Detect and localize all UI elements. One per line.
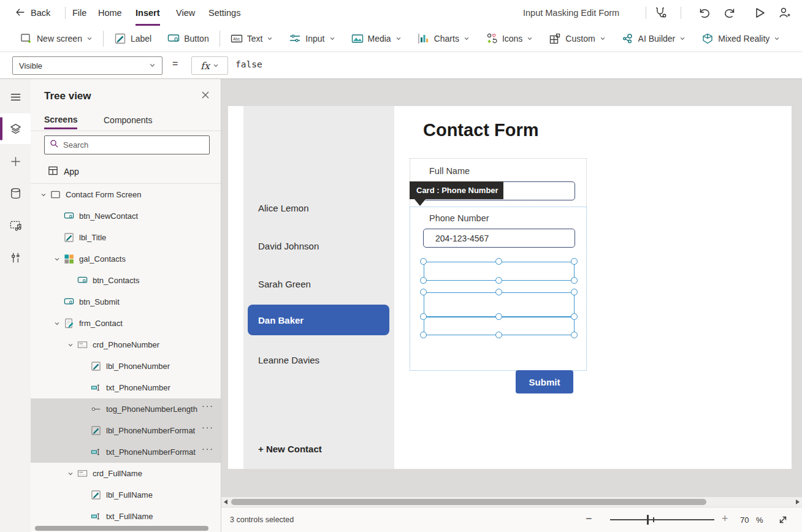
tree-item-app[interactable]: App [31,161,221,183]
menu-settings[interactable]: Settings [208,0,240,26]
media-panel-icon[interactable] [0,212,31,239]
selection-handle[interactable] [571,277,578,284]
custom-menu[interactable]: Custom [541,26,613,52]
fit-to-window-icon[interactable] [777,514,789,526]
gallery-item-selected[interactable]: Dan Baker [248,305,389,335]
tree-item-lbl-fullname[interactable]: lbl_FullName [31,484,221,506]
media-menu[interactable]: Media [343,26,410,52]
tree-item-crd-fullname[interactable]: crd_FullName [31,463,221,484]
zoom-out-button[interactable]: − [586,512,592,525]
canvas-horizontal-scrollbar[interactable] [221,497,802,507]
chevron-down-icon[interactable] [65,342,76,348]
formula-input[interactable]: false [235,59,262,69]
submit-button[interactable]: Submit [516,370,573,393]
redo-icon[interactable] [724,6,738,20]
new-screen-button[interactable]: New screen [12,26,101,52]
tree-horizontal-scrollbar[interactable] [35,526,208,531]
play-icon[interactable] [753,6,766,20]
selection-handle[interactable] [571,258,578,265]
more-options-button[interactable]: ··· [202,422,214,432]
phone-input[interactable] [423,229,575,248]
insert-plus-icon[interactable] [0,148,31,175]
card-icon [76,468,88,479]
tree-item-txt-fullname[interactable]: txt_FullName [31,506,221,527]
search-input[interactable] [63,140,186,150]
scrollbar-thumb[interactable] [231,499,706,505]
scroll-left-arrow[interactable] [224,500,227,504]
tree-item-txt-phonenumber[interactable]: txt_PhoneNumber [31,377,221,398]
close-icon[interactable] [200,90,213,102]
tree-item-gal-contacts[interactable]: gal_Contacts [31,248,221,270]
text-menu[interactable]: Abc Text [223,26,281,52]
selection-handle[interactable] [571,313,578,320]
data-sources-icon[interactable] [0,180,31,207]
tree-item-lbl-phonenumberformat[interactable]: lbl_PhoneNumberFormat ··· [31,420,221,441]
menu-home[interactable]: Home [98,0,122,26]
fx-selector[interactable]: fx [191,56,228,75]
menu-view[interactable]: View [176,0,195,26]
zoom-level: 70 [740,515,749,525]
selection-handle[interactable] [495,289,502,295]
tree-search-box[interactable] [44,135,210,154]
tree-item-btn-submit[interactable]: btn_Submit [31,291,221,313]
scroll-right-arrow[interactable] [796,500,800,504]
gallery-item[interactable]: Alice Lemon [258,203,309,213]
selection-handle[interactable] [495,332,502,338]
app-checker-icon[interactable] [654,6,667,20]
chevron-down-icon[interactable] [52,256,63,262]
chevron-down-icon [213,60,219,71]
tree-item-btn-newcontact[interactable]: btn_NewContact [31,205,221,227]
tab-screens[interactable]: Screens [44,111,77,129]
chevron-down-icon[interactable] [38,192,49,198]
tree-view-nav-active[interactable] [0,113,31,144]
ai-builder-menu[interactable]: AI Builder [614,26,694,52]
selection-handle[interactable] [495,277,502,284]
tree-item-frm-contact[interactable]: frm_Contact [31,313,221,334]
undo-icon[interactable] [697,6,710,20]
chevron-down-icon[interactable] [52,321,63,327]
new-contact-button[interactable]: + New Contact [258,444,322,454]
chevron-down-icon[interactable] [65,471,76,477]
gallery-item[interactable]: David Johnson [258,241,319,251]
tree-item-lbl-title[interactable]: lbl_Title [31,227,221,248]
gallery-item[interactable]: Sarah Green [258,279,311,289]
zoom-slider-thumb[interactable] [647,515,649,525]
contacts-gallery[interactable]: Alice Lemon David Johnson Sarah Green Ro… [243,106,394,469]
property-selector[interactable]: Visible [12,56,162,75]
divider [31,131,221,131]
selection-handle[interactable] [571,332,578,338]
selection-handle[interactable] [420,258,427,265]
tree-item-btn-contacts[interactable]: btn_Contacts [31,270,221,291]
tab-components[interactable]: Components [104,111,152,129]
more-options-button[interactable]: ··· [202,444,214,454]
selection-handle[interactable] [495,258,502,265]
mixed-reality-menu[interactable]: Mixed Reality [693,26,788,52]
selection-handle[interactable] [420,332,427,338]
share-user-icon[interactable] [777,6,791,20]
tree-item-txt-phonenumberformat[interactable]: txt_PhoneNumberFormat ··· [31,441,221,463]
button-button[interactable]: Button [159,26,216,52]
back-button[interactable]: Back [15,0,50,26]
menu-insert[interactable]: Insert [136,0,160,26]
selection-handle[interactable] [420,289,427,295]
icons-menu[interactable]: Icons [478,26,541,52]
chevron-down-icon [527,34,533,44]
input-menu[interactable]: Input [281,26,343,52]
selection-handle[interactable] [420,313,427,320]
label-button[interactable]: Label [106,26,159,52]
tree-item-contact-form-screen[interactable]: Contact Form Screen [31,184,221,205]
advanced-tools-icon[interactable] [0,244,31,271]
menu-file[interactable]: File [72,0,86,26]
tree-item-lbl-phonenumber[interactable]: lbl_PhoneNumber [31,355,221,377]
more-options-button[interactable]: ··· [202,401,214,411]
hamburger-menu-icon[interactable] [0,83,31,110]
tree-item-tog-phonenumberlength[interactable]: tog_PhoneNumberLength ··· [31,398,221,420]
selection-handle[interactable] [420,277,427,284]
charts-menu[interactable]: Charts [410,26,478,52]
zoom-slider-track[interactable] [610,519,714,520]
tree-item-crd-phonenumber[interactable]: crd_PhoneNumber [31,334,221,355]
selection-handle[interactable] [571,289,578,295]
zoom-in-button[interactable]: + [722,512,728,525]
gallery-item[interactable]: Leanne Davies [258,355,319,365]
selection-handle[interactable] [495,313,502,320]
